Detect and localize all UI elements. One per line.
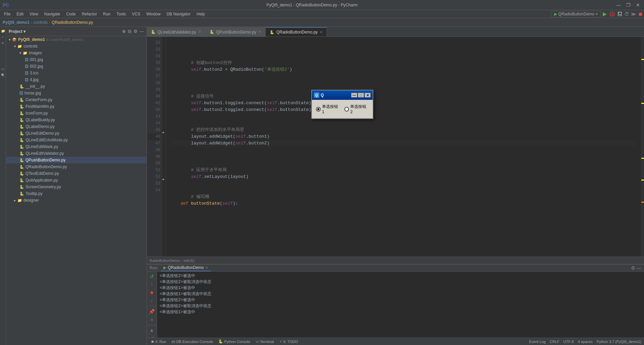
tree-qlabeldemo[interactable]: 🐍 QLabelDemo.py [6,123,147,130]
run-settings-btn[interactable]: ⚙ [631,265,635,271]
code-content[interactable]: # 创建button2控件 self.button2 = QRadioButto… [166,37,641,257]
tree-qlabelbuddy[interactable]: 🐍 QLabelBuddy.py [6,117,147,123]
dialog-minimize[interactable]: — [351,93,357,97]
run-tab-main[interactable]: ▶ QRadioButtonDemo ✕ [161,265,211,271]
menu-edit[interactable]: Edit [14,11,26,17]
output-line-6: <单选按钮2>被取消选中状态 [160,303,641,309]
run-button[interactable]: ▶ [603,11,607,17]
tree-iconform[interactable]: 🐍 IconForm.py [6,110,147,117]
tree-firstmainwin[interactable]: 🐍 FirstMainWin.py [6,103,147,110]
coverage-button[interactable]: ⛾ [618,11,622,17]
radio-circle-2[interactable] [344,107,349,112]
stop-button[interactable]: ⏹ [638,11,643,17]
tree-3ico[interactable]: 🖼 3.ico [6,70,147,76]
tree-quitapp[interactable]: 🐍 QuitApplication.py [6,177,147,184]
profile-button[interactable]: ⏱ [624,11,629,17]
menu-dbnavigator[interactable]: DB Navigator [164,11,193,17]
project-dropdown-label[interactable]: Project ▾ [9,29,25,34]
tab-close-qpushbutton[interactable]: ✕ [258,30,261,34]
tab-terminal[interactable]: ▭ Terminal [254,338,276,345]
favorites-icon[interactable]: ★ [0,40,6,46]
menu-file[interactable]: File [1,11,13,17]
tree-init[interactable]: 🐍 __init__.py [6,83,147,90]
tree-002jpg[interactable]: 🖼 002.jpg [6,63,147,70]
more-run-button[interactable]: ≫ [631,11,636,17]
run-tab-close[interactable]: ✕ [205,266,208,270]
structure-icon[interactable]: ≡ [0,34,6,40]
tree-designer[interactable]: ▸ 📁 designer [6,197,147,204]
status-python[interactable]: Python 3.7 (PyQt5_demo1) [597,340,641,344]
status-spaces[interactable]: 4 spaces [578,340,593,344]
menu-vcs[interactable]: VCS [129,11,143,17]
run-up-btn[interactable]: ↑ [149,281,155,288]
tree-screengeom[interactable]: 🐍 ScreenGeometry.py [6,184,147,190]
radio-option-1[interactable]: 单选按钮1 [316,104,340,114]
tab-qpushbutton[interactable]: 🐍 QPushButtonDemo.py ✕ [206,27,266,37]
tab-qlinevalidator[interactable]: 🐍 QLineEditValidator.py ✕ [147,27,206,37]
tab-python-console[interactable]: 🐍 Python Console [216,338,252,345]
status-encoding[interactable]: UTF-8 [564,340,574,344]
run-fav-btn[interactable]: ★ [149,327,155,334]
menu-view[interactable]: View [27,11,41,17]
tree-tooltip[interactable]: 🐍 Tooltip.py [6,190,147,197]
tree-root[interactable]: ▾ 📦 PyQt5_demo1 E:\code\PyQt5_demo1 [6,36,147,43]
minimize-button[interactable]: — [615,2,622,8]
tree-4jpg[interactable]: 🖼 4.jpg [6,76,147,83]
radio-option-2[interactable]: 单选按钮2 [344,104,369,114]
tree-qtextedit[interactable]: 🐍 QTextEditDemo.py [6,170,147,177]
run-list-btn[interactable]: ≡ [149,316,155,323]
menu-navigate[interactable]: Navigate [42,11,63,17]
radio-circle-1[interactable] [316,107,321,112]
tree-qlineeditdemo[interactable]: 🐍 QLineEditDemo.py [6,130,147,137]
breadcrumb-class[interactable]: RadioButtonDemo [150,259,180,263]
tree-qlinevalidator[interactable]: 🐍 QLineEditValidator.py [6,150,147,157]
tree-001jpg[interactable]: 🖼 001.jpg [6,56,147,63]
menu-run[interactable]: Run [100,11,113,17]
menu-code[interactable]: Code [63,11,78,17]
tree-controls[interactable]: ▾ 📁 controls [6,43,147,50]
status-line-ending[interactable]: CRLF [550,340,559,344]
tree-qpushbutton[interactable]: 🐍 QPushButtonDemo.py [6,157,147,163]
tree-qlineeditechodemo[interactable]: 🐍 QLineEditEchoMode.py [6,137,147,143]
close-button[interactable]: ✕ [635,2,641,8]
hide-btn[interactable]: — [140,29,144,34]
tree-horse[interactable]: 🖼 horse.jpg [6,90,147,96]
menu-refactor[interactable]: Refactor [79,11,100,17]
menu-tools[interactable]: Tools [114,11,128,17]
tree-qlineeditmask[interactable]: 🐍 QLineEditMask.py [6,143,147,150]
dialog-maximize[interactable]: □ [358,93,364,97]
tree-centerform[interactable]: 🐍 CenterForm.py [6,96,147,103]
menubar: File Edit View Navigate Code Refactor Ru… [0,10,644,18]
tab-todo[interactable]: ✓ 6: TODO [277,338,300,345]
breadcrumb-method[interactable]: initUI() [184,259,195,263]
tab-run[interactable]: ▶ 4: Run [150,338,168,345]
status-event-log[interactable]: Event Log [529,340,546,344]
tree-images[interactable]: ▾ 📁 images [6,50,147,56]
menu-window[interactable]: Window [144,11,163,17]
debug-button[interactable]: 🐞 [609,11,615,17]
tab-qradiobutton[interactable]: 🐍 QRadioButtonDemo.py ✕ [266,27,327,37]
tree-qradiobutton[interactable]: 🐍 QRadioButtonDemo.py [6,163,147,170]
breadcrumb-project[interactable]: PyQt5_demo1 [3,20,30,25]
breadcrumb-folder[interactable]: controls [34,20,48,25]
run-config-selector[interactable]: ▶ QRadioButtonDemo ▾ [551,11,601,17]
menu-help[interactable]: Help [194,11,208,17]
new-file-btn[interactable]: ⊕ [122,29,126,34]
breadcrumb-file[interactable]: QRadioButtonDemo.py [52,20,93,25]
tab-close-qradiobutton[interactable]: ✕ [320,30,323,34]
tab-close-qlinevalidator[interactable]: ✕ [198,30,201,34]
code-editor[interactable]: 32 33 34 35 36 37 38 39 40 41 42 43 44 4… [147,37,644,257]
run-pin-btn[interactable]: 📌 [149,308,155,315]
collapse-btn[interactable]: ⊟ [128,29,131,34]
stop-run-btn[interactable]: ■ [149,289,155,296]
settings-btn[interactable]: ⚙ [133,29,138,34]
find-icon[interactable]: 🔍 [0,72,6,78]
browser-icon[interactable]: 🗃 [0,66,6,72]
project-icon[interactable]: 📁 [0,28,6,33]
run-down-btn[interactable]: ↓ [149,297,155,304]
maximize-button[interactable]: ❐ [625,2,632,8]
dialog-close[interactable]: ✕ [365,93,371,97]
rerun-btn[interactable]: ↺ [149,273,155,280]
tab-db-execution[interactable]: 🗃 DB Execution Console [169,338,215,345]
run-minimize-btn[interactable]: — [637,265,641,271]
